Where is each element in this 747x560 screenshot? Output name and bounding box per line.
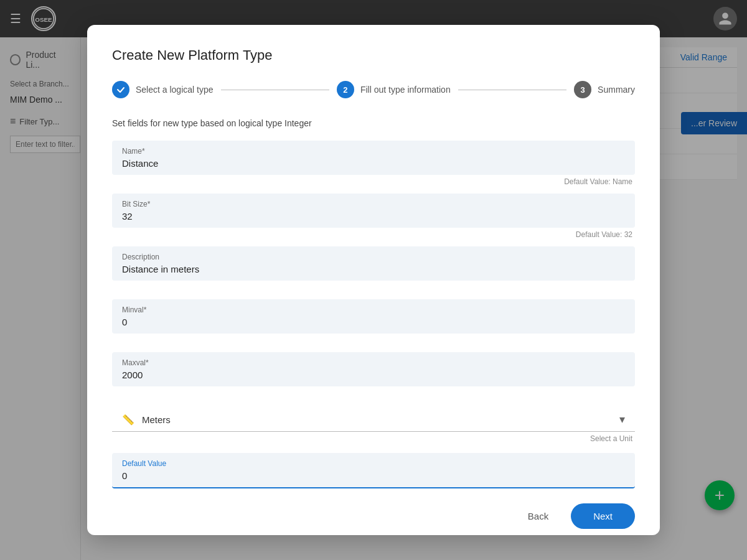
default-value-field-container: Default Value 0 (112, 453, 635, 488)
step-2: 2 Fill out type information (337, 81, 451, 98)
step-line-2 (458, 90, 566, 90)
step-1-circle (112, 81, 129, 98)
unit-dropdown[interactable]: 📏 Meters ▾ (112, 408, 635, 432)
description-field-label: Description (122, 253, 625, 261)
modal: Create New Platform Type Select a logica… (87, 25, 660, 535)
minval-field-value[interactable]: 0 (122, 317, 625, 327)
step-3-circle: 3 (574, 81, 591, 98)
step-2-label: Fill out type information (360, 85, 451, 95)
step-2-circle: 2 (337, 81, 354, 98)
step-3: 3 Summary (574, 81, 635, 98)
name-field-label: Name* (122, 147, 625, 156)
description-field-hint (112, 283, 635, 292)
back-button[interactable]: Back (515, 505, 561, 528)
next-button[interactable]: Next (571, 503, 635, 529)
minval-field-label: Minval* (122, 306, 625, 314)
minval-field-hint (112, 336, 635, 345)
app-shell: ☰ OSEE Product Li... Select a Branch... … (0, 0, 747, 560)
description-field-value[interactable]: Distance in meters (122, 264, 625, 274)
bit-size-field-container: Bit Size* 32 (112, 194, 635, 228)
modal-overlay: Create New Platform Type Select a logica… (0, 0, 747, 560)
stepper: Select a logical type 2 Fill out type in… (112, 81, 635, 98)
step-line-1 (221, 90, 329, 90)
dropdown-arrow-icon: ▾ (619, 413, 625, 426)
maxval-field-container: Maxval* 2000 (112, 352, 635, 386)
maxval-field-label: Maxval* (122, 358, 625, 367)
modal-title: Create New Platform Type (112, 47, 635, 63)
bit-size-field-hint: Default Value: 32 (112, 230, 635, 239)
name-field-container: Name* Distance (112, 141, 635, 175)
name-field-hint: Default Value: Name (112, 177, 635, 186)
bit-size-field-value[interactable]: 32 (122, 211, 625, 222)
maxval-field-value[interactable]: 2000 (122, 370, 625, 380)
default-value-value[interactable]: 0 (122, 470, 625, 481)
unit-label: Meters (142, 414, 619, 425)
step-3-label: Summary (598, 85, 635, 95)
bit-size-field-label: Bit Size* (122, 200, 625, 208)
form-subtitle: Set fields for new type based on logical… (112, 118, 635, 128)
name-field-value[interactable]: Distance (122, 158, 625, 169)
unit-icon: 📏 (122, 414, 134, 426)
description-field-container: Description Distance in meters (112, 246, 635, 281)
unit-hint: Select a Unit (112, 434, 635, 443)
step-1: Select a logical type (112, 81, 214, 98)
maxval-field-hint (112, 389, 635, 398)
default-value-label: Default Value (122, 459, 625, 468)
modal-actions: Back Next (112, 503, 635, 529)
step-1-label: Select a logical type (136, 85, 214, 95)
minval-field-container: Minval* 0 (112, 299, 635, 334)
